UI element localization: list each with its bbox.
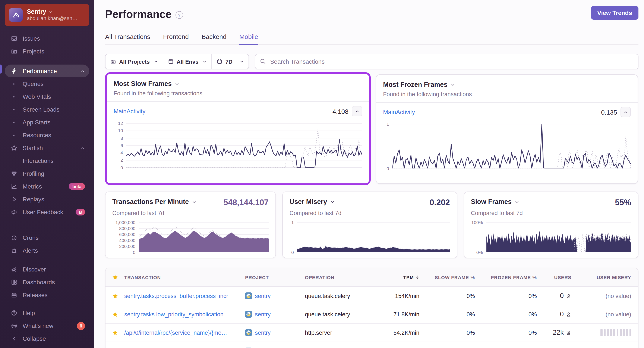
collapse-slot: Collapse [5,332,89,345]
window-icon [168,59,174,65]
folder-code-icon [110,59,116,65]
chart-plot-area[interactable] [297,222,450,252]
sidebar-item-replays[interactable]: Replays [5,193,89,206]
view-trends-button[interactable]: View Trends [591,6,638,20]
whats-new-count-badge: 6 [77,322,85,330]
sidebar-item-dashboards[interactable]: Dashboards [5,276,89,289]
environment-filter[interactable]: All Envs [162,54,212,69]
sidebar-item-interactions[interactable]: Interactions [5,154,89,167]
sidebar-item-performance[interactable]: Performance [5,65,89,77]
users-cell: 0 [538,292,578,300]
chart-plot-area[interactable] [139,222,268,252]
table-row: /api/0/internal/rpc/{service_name}/{me…s… [106,323,638,341]
sidebar-item-resources[interactable]: Resources [5,129,89,141]
chevron-down-icon [330,200,335,204]
slow-frame-cell: 0% [420,329,476,336]
series-current-period [139,231,268,252]
tab-mobile[interactable]: Mobile [239,33,258,40]
sidebar-item-user-feedback[interactable]: User FeedbackB [5,206,89,219]
sidebar-item-help[interactable]: Help [5,306,89,319]
chart-plot-area[interactable] [126,120,362,167]
most-frozen-frames-title[interactable]: Most Frozen Frames [383,81,631,88]
sidebar-item-projects[interactable]: Projects [5,45,89,58]
transaction-link[interactable]: /api/0/internal/rpc/{service_name}/{me… [124,329,245,336]
sidebar-item-starfish[interactable]: Starfish [5,141,89,154]
chevron-down-icon [175,82,179,86]
sidebar-item-web-vitals[interactable]: Web Vitals [5,90,89,103]
sidebar-item-alerts[interactable]: Alerts [5,244,89,257]
tab-all-transactions[interactable]: All Transactions [105,33,150,40]
col-user-misery[interactable]: USER MISERY [578,275,638,280]
sidebar-item-issues[interactable]: Issues [5,32,89,45]
project-link[interactable]: sentry [255,293,271,299]
star-icon[interactable] [112,329,118,336]
project-link[interactable]: sentry [255,311,271,317]
user-icon [566,293,572,299]
collapse-icon [10,335,18,342]
slow-frame-cell: 0% [420,293,476,299]
chevron-down-icon [450,83,455,87]
bullet-icon [10,83,18,84]
col-operation[interactable]: OPERATION [305,275,373,280]
sidebar-item-whats-new[interactable]: What's new6 [5,319,89,332]
sidebar-item-releases[interactable]: Releases [5,289,89,301]
transaction-link[interactable]: sentry.tasks.process_buffer.process_incr [124,293,245,299]
slow-frames-title[interactable]: Slow Frames [471,198,519,206]
tpm-title[interactable]: Transactions Per Minute [112,198,196,206]
user-misery-chart: 10 [290,222,450,252]
star-icon[interactable] [112,293,118,299]
chevron-up-icon [80,145,85,150]
broadcast-icon [10,322,18,329]
sidebar-item-app-starts[interactable]: App Starts [5,116,89,129]
users-cell: 0 [538,347,578,348]
most-slow-frames-title[interactable]: Most Slow Frames [114,80,362,88]
search-input[interactable] [255,54,638,69]
bullet-icon [10,96,18,97]
bullet-icon [10,109,18,110]
metrics-icon [10,183,18,190]
user-misery-title[interactable]: User Misery [290,198,335,206]
filter-row: All Projects All Envs 7D [105,54,638,69]
user-misery-bars [578,329,638,336]
collapse-toggle-button[interactable] [620,107,631,117]
sidebar-item-discover[interactable]: Discover [5,263,89,276]
frozen-frame-cell: 0% [476,293,538,299]
col-slow-frame[interactable]: SLOW FRAME % [420,275,476,280]
tab-backend[interactable]: Backend [202,33,226,40]
col-project[interactable]: PROJECT [245,275,305,280]
org-meta: Sentry abdullah.khan@sen… [27,8,78,22]
sentry-logo-icon [9,8,23,22]
help-question-icon[interactable]: ? [175,11,183,19]
sidebar-item-label: Crons [23,234,39,241]
chart-plot-area[interactable] [392,121,631,168]
project-filter[interactable]: All Projects [106,54,162,69]
sidebar-item-metrics[interactable]: Metricsbeta [5,180,89,193]
star-column-header-icon[interactable] [106,274,124,280]
sidebar-item-queries[interactable]: Queries [5,77,89,90]
collapse-toggle-button[interactable] [352,106,362,116]
date-range-filter[interactable]: 7D [212,54,249,69]
chevron-down-icon [49,10,53,14]
star-icon[interactable] [112,311,118,317]
sidebar-collapse-button[interactable]: Collapse [5,332,89,345]
siren-icon [10,247,18,254]
chart-plot-area[interactable] [486,222,631,252]
org-switcher[interactable]: Sentry abdullah.khan@sen… [5,4,89,26]
transaction-link[interactable]: MainActivity [383,109,415,115]
sidebar-item-profiling[interactable]: Profiling [5,167,89,180]
project-link[interactable]: sentry [255,329,271,336]
col-tpm[interactable]: TPM [373,275,420,280]
operation-cell: queue.task.celery [305,293,373,299]
transaction-link[interactable]: MainActivity [114,108,146,115]
col-frozen-frame[interactable]: FROZEN FRAME % [476,275,538,280]
sidebar-item-crons[interactable]: Crons [5,231,89,244]
transaction-row: MainActivity 4.108 [114,102,362,117]
col-transaction[interactable]: TRANSACTION [124,275,245,280]
tab-frontend[interactable]: Frontend [163,33,189,40]
y-axis: 121086420 [114,120,125,167]
col-users[interactable]: USERS [538,275,578,280]
user-misery-cell: (no value) [578,311,638,317]
python-project-icon [245,292,252,299]
sidebar-item-screen-loads[interactable]: Screen Loads [5,103,89,116]
transaction-link[interactable]: sentry.tasks.low_priority_symbolication.… [124,311,245,317]
